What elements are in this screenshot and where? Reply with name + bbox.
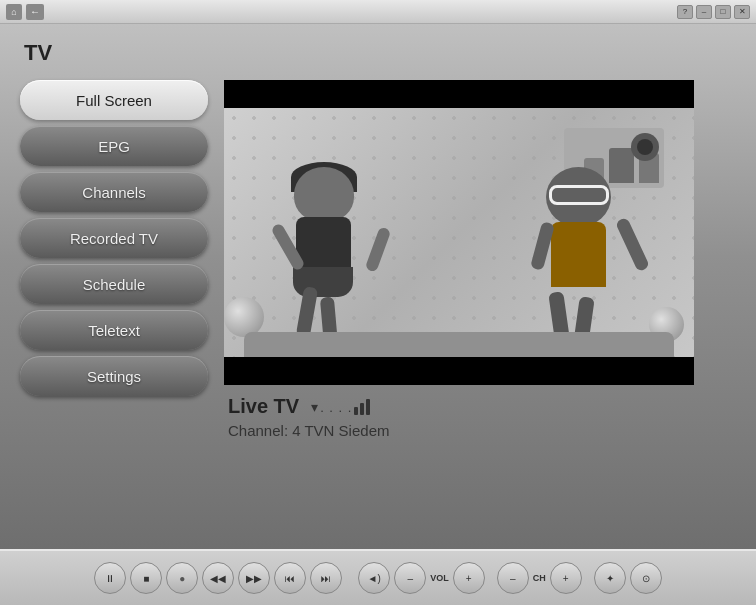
character-right — [514, 167, 644, 347]
ch-up-icon: + — [563, 573, 569, 584]
record-icon: ● — [179, 573, 185, 584]
titlebar: ⌂ ← ? – □ ✕ — [0, 0, 756, 24]
page-title: TV — [20, 40, 736, 66]
next-icon: ⏭ — [321, 573, 331, 584]
help-button[interactable]: ? — [677, 5, 693, 19]
prev-button[interactable]: ⏮ — [274, 562, 306, 594]
character-left — [264, 167, 384, 337]
vol-label: VOL — [430, 573, 449, 583]
next-button[interactable]: ⏭ — [310, 562, 342, 594]
video-black-bar-top — [224, 80, 694, 108]
close-button[interactable]: ✕ — [734, 5, 750, 19]
fast-forward-icon: ▶▶ — [246, 573, 262, 584]
left-menu: Full Screen EPG Channels Recorded TV Sch… — [20, 80, 208, 396]
signal-dots: . . . . — [320, 400, 352, 415]
disco-ball — [224, 297, 264, 337]
status-area: Live TV ▾ . . . . Channel: 4 TVN Siedem — [224, 395, 736, 439]
video-area: Live TV ▾ . . . . Channel: 4 TVN Siedem — [224, 80, 736, 439]
live-tv-row: Live TV ▾ . . . . — [228, 395, 736, 418]
vol-down-button[interactable]: – — [394, 562, 426, 594]
signal-bar-2 — [360, 403, 364, 415]
stop-icon: ■ — [143, 573, 149, 584]
live-tv-label: Live TV — [228, 395, 299, 418]
menu-settings[interactable]: Settings — [20, 356, 208, 396]
back-button[interactable]: ← — [26, 4, 44, 20]
ch-down-icon: – — [510, 573, 516, 584]
stop-button[interactable]: ■ — [130, 562, 162, 594]
rewind-icon: ◀◀ — [210, 573, 226, 584]
vol-up-icon: + — [466, 573, 472, 584]
cartoon-bg — [224, 108, 694, 357]
titlebar-left: ⌂ ← — [6, 4, 44, 20]
menu-full-screen[interactable]: Full Screen — [20, 80, 208, 120]
video-content — [224, 108, 694, 357]
video-player[interactable] — [224, 80, 694, 385]
mute-button[interactable]: ◄) — [358, 562, 390, 594]
signal-wifi-icon: ▾ — [311, 399, 318, 415]
menu-epg[interactable]: EPG — [20, 126, 208, 166]
signal-indicator: ▾ . . . . — [311, 399, 370, 415]
sofa — [244, 332, 674, 357]
channel-info: Channel: 4 TVN Siedem — [228, 422, 736, 439]
restore-button[interactable]: □ — [715, 5, 731, 19]
titlebar-controls: ? – □ ✕ — [677, 5, 750, 19]
prev-icon: ⏮ — [285, 573, 295, 584]
ch-down-button[interactable]: – — [497, 562, 529, 594]
content-layout: Full Screen EPG Channels Recorded TV Sch… — [20, 80, 736, 439]
menu-channels[interactable]: Channels — [20, 172, 208, 212]
fast-forward-button[interactable]: ▶▶ — [238, 562, 270, 594]
record-button[interactable]: ● — [166, 562, 198, 594]
ch-label: CH — [533, 573, 546, 583]
mute-icon: ◄) — [368, 573, 381, 584]
menu-teletext[interactable]: Teletext — [20, 310, 208, 350]
rewind-button[interactable]: ◀◀ — [202, 562, 234, 594]
vol-down-icon: – — [407, 573, 413, 584]
main-area: TV Full Screen EPG Channels Recorded TV … — [0, 24, 756, 605]
ch-up-button[interactable]: + — [550, 562, 582, 594]
signal-bar-1 — [354, 407, 358, 415]
camera-button[interactable]: ⊙ — [630, 562, 662, 594]
menu-recorded-tv[interactable]: Recorded TV — [20, 218, 208, 258]
vol-up-button[interactable]: + — [453, 562, 485, 594]
minimize-button[interactable]: – — [696, 5, 712, 19]
transport-bar: ⏸ ■ ● ◀◀ ▶▶ ⏮ ⏭ ◄) – VOL + – CH + ✦ ⊙ — [0, 549, 756, 605]
pause-icon: ⏸ — [105, 573, 115, 584]
signal-bar-3 — [366, 399, 370, 415]
more-settings-button[interactable]: ✦ — [594, 562, 626, 594]
settings-icon: ✦ — [606, 573, 614, 584]
menu-schedule[interactable]: Schedule — [20, 264, 208, 304]
home-icon[interactable]: ⌂ — [6, 4, 22, 20]
camera-icon: ⊙ — [642, 573, 650, 584]
video-black-bar-bottom — [224, 357, 694, 385]
pause-button[interactable]: ⏸ — [94, 562, 126, 594]
